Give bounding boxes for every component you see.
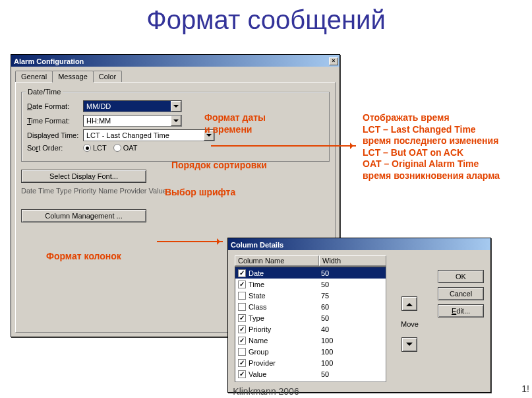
column-width-cell: 100 (321, 348, 361, 356)
column-name-cell: Class (249, 303, 321, 311)
column-edit-button[interactable]: Edit... (438, 304, 484, 317)
column-list-header: Column Name Width (235, 255, 386, 267)
displayed-time-combo[interactable]: LCT - Last Changed Time (83, 129, 215, 141)
tab-color[interactable]: Color (93, 71, 122, 83)
date-format-label: Date Format: (27, 102, 83, 110)
column-cancel-button[interactable]: Cancel (438, 287, 484, 300)
column-name-cell: Type (249, 314, 321, 322)
select-font-label: Select Display Font... (49, 172, 118, 180)
date-time-group: Date/Time Date Format: MM/DD Time Format… (21, 92, 330, 162)
column-management-button[interactable]: Column Management ... (21, 209, 146, 222)
table-row[interactable]: Value50 (235, 368, 386, 380)
column-details-titlebar: Column Details (228, 238, 490, 250)
column-name-cell: Value (249, 370, 321, 378)
column-ok-button[interactable]: OK (438, 270, 484, 283)
date-format-combo[interactable]: MM/DD (83, 100, 182, 112)
column-width-cell: 50 (321, 370, 361, 378)
arrow-up-icon (406, 300, 413, 306)
header-column-name[interactable]: Column Name (235, 255, 319, 266)
checkbox[interactable] (238, 337, 246, 345)
checkbox[interactable] (238, 303, 246, 311)
column-width-cell: 50 (321, 269, 361, 277)
slide-title: Формат сообщений (0, 5, 532, 35)
date-format-value: MM/DD (84, 102, 171, 111)
column-name-cell: Name (249, 337, 321, 345)
tab-strip: General Message Color (15, 71, 336, 83)
table-row[interactable]: Provider100 (235, 357, 386, 368)
annotation-sort-order: Порядок сортировки (171, 160, 267, 172)
column-width-cell: 50 (321, 314, 361, 322)
column-name-cell: Provider (249, 359, 321, 367)
time-format-combo[interactable]: HH:MM (83, 115, 182, 127)
sort-lct-radio[interactable]: LCT (83, 144, 107, 152)
footer: Klinkmann 2006 (233, 386, 299, 397)
column-width-cell: 100 (321, 359, 361, 367)
checkbox[interactable] (238, 370, 246, 378)
column-name-cell: State (249, 292, 321, 300)
table-row[interactable]: State75 (235, 290, 386, 301)
table-row[interactable]: Group100 (235, 346, 386, 357)
select-font-button[interactable]: Select Display Font... (21, 170, 146, 183)
chevron-down-icon[interactable] (171, 116, 181, 126)
radio-icon (83, 144, 91, 152)
arrow-icon (211, 145, 356, 147)
move-label: Move (401, 320, 419, 328)
column-ok-label: OK (456, 273, 466, 281)
close-icon[interactable]: × (329, 57, 338, 65)
column-name-cell: Date (249, 269, 321, 277)
checkbox[interactable] (238, 348, 246, 356)
table-row[interactable]: Type50 (235, 312, 386, 323)
annotation-date-time: Формат даты и времени (204, 112, 266, 135)
table-row[interactable]: Time50 (235, 279, 386, 290)
time-format-value: HH:MM (84, 116, 171, 125)
table-row[interactable]: Class60 (235, 301, 386, 312)
column-details-window: Column Details Column Name Width Date50T… (227, 238, 491, 393)
sort-order-label: Sort Order: (27, 144, 83, 152)
annotation-columns: Формат колонок (46, 251, 121, 263)
tab-general[interactable]: General (15, 71, 53, 83)
column-width-cell: 75 (321, 292, 361, 300)
arrow-down-icon (406, 343, 413, 349)
displayed-time-value: LCT - Last Changed Time (84, 131, 204, 140)
table-row[interactable]: Date50 (235, 267, 386, 279)
tab-message[interactable]: Message (52, 71, 94, 83)
header-width[interactable]: Width (319, 255, 386, 266)
annotation-font: Выбор шрифта (165, 187, 235, 199)
time-format-label: Time Format: (27, 117, 83, 125)
checkbox[interactable] (238, 292, 246, 300)
table-row[interactable]: Priority40 (235, 323, 386, 335)
checkbox[interactable] (238, 325, 246, 333)
column-width-cell: 50 (321, 281, 361, 288)
column-management-label: Column Management ... (45, 212, 122, 220)
chevron-down-icon[interactable] (171, 101, 181, 112)
date-time-group-label: Date/Time (26, 88, 63, 96)
sort-oat-radio[interactable]: OAT (113, 144, 138, 152)
arrow-icon (157, 241, 223, 242)
alarm-config-title: Alarm Configuration (14, 57, 84, 65)
move-up-button[interactable] (401, 296, 417, 311)
column-cancel-label: Cancel (450, 290, 472, 298)
page-number: 1! (521, 383, 529, 394)
column-list[interactable]: Date50Time50State75Class60Type50Priority… (235, 267, 386, 382)
move-down-button[interactable] (401, 337, 417, 352)
column-width-cell: 100 (321, 337, 361, 345)
alarm-config-titlebar: Alarm Configuration × (11, 55, 340, 67)
column-name-cell: Group (249, 348, 321, 356)
annotation-displayed-time: Отображать время LCT – Last Changed Time… (363, 112, 500, 182)
checkbox[interactable] (238, 359, 246, 367)
column-name-cell: Priority (249, 325, 321, 333)
checkbox[interactable] (238, 269, 246, 277)
column-width-cell: 60 (321, 303, 361, 311)
radio-icon (113, 144, 121, 152)
displayed-time-label: Displayed Time: (27, 131, 83, 139)
sort-lct-label: LCT (93, 144, 107, 152)
column-name-cell: Time (249, 281, 321, 288)
column-details-title: Column Details (231, 241, 283, 249)
checkbox[interactable] (238, 314, 246, 322)
table-row[interactable]: Name100 (235, 335, 386, 346)
column-width-cell: 40 (321, 325, 361, 333)
checkbox[interactable] (238, 281, 246, 288)
sort-oat-label: OAT (123, 144, 138, 152)
